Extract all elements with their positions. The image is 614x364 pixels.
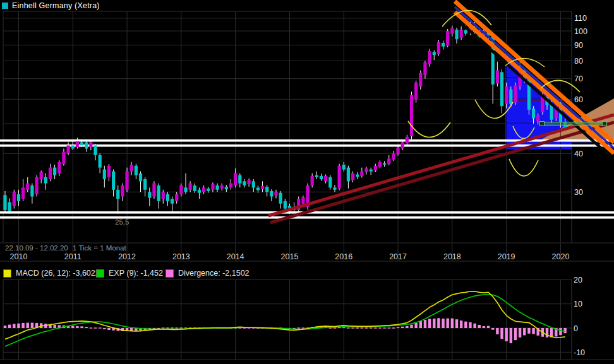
divergence-bar (469, 322, 471, 328)
period-info-bar: 22.10.09 - 12.02.20 1 Tick = 1 Monat (5, 244, 68, 252)
measured-line-handle[interactable] (603, 122, 607, 126)
divergence-legend-item: Divergence: -2,1502 (166, 269, 250, 278)
price-tick-label: 90 (574, 41, 583, 50)
candle (26, 184, 29, 190)
divergence-bar (406, 326, 408, 328)
divergence-bar (487, 326, 490, 328)
divergence-bar (447, 319, 449, 328)
price-tick-label: 70 (574, 74, 583, 83)
divergence-bar (99, 327, 101, 328)
divergence-bar (392, 327, 395, 328)
candle (162, 192, 165, 199)
candle (505, 86, 508, 103)
annotation-arc (509, 159, 538, 176)
divergence-bar (460, 320, 462, 328)
candle (496, 70, 499, 83)
candle (67, 145, 70, 153)
candle (166, 194, 169, 201)
candle (99, 155, 102, 168)
divergence-bar (85, 327, 88, 328)
divergence-bar (90, 327, 92, 328)
macd-tick-label: 10 (574, 300, 582, 308)
divergence-bar (347, 327, 349, 328)
divergence-bar (21, 323, 24, 328)
year-label: 2013 (172, 252, 190, 261)
candle (311, 176, 314, 185)
candle (13, 192, 16, 206)
divergence-bar (442, 319, 444, 328)
candle (62, 152, 65, 164)
divergence-bar (71, 326, 74, 328)
divergence-bar (428, 319, 431, 328)
candle (414, 83, 418, 100)
candle (107, 166, 111, 177)
measured-line[interactable] (540, 122, 607, 126)
tick-interval-label: 1 Tick = 1 Monat (73, 244, 126, 252)
measured-line-handle[interactable] (540, 122, 545, 126)
divergence-bar (13, 324, 15, 328)
trends-layer (268, 1, 614, 223)
macd-tick-label: -10 (574, 348, 585, 357)
candle (270, 191, 273, 197)
candle (17, 194, 20, 201)
divergence-bar (496, 328, 498, 334)
candle (328, 177, 332, 187)
ascending-trendline-upper[interactable] (268, 115, 614, 216)
candle (143, 179, 147, 190)
year-label: 2011 (64, 252, 81, 261)
exp-legend-label: EXP (9): -1,452 (109, 269, 163, 278)
candle (450, 28, 454, 33)
candles-layer (3, 21, 567, 214)
divergence-bar (4, 326, 6, 328)
chart-application: 1101009080706050403020102011201220132014… (0, 0, 614, 364)
divergence-bar (171, 327, 173, 328)
divergence-bar (527, 328, 530, 334)
candle (464, 30, 467, 33)
macd-line (5, 291, 565, 339)
divergence-bar (388, 327, 390, 328)
candle (455, 30, 458, 39)
candle (3, 195, 6, 210)
candle (225, 187, 228, 189)
candle (419, 73, 422, 86)
divergence-bar (523, 328, 526, 335)
macd-swatch-icon (3, 269, 11, 278)
candle (193, 185, 196, 191)
candle (243, 181, 246, 185)
divergence-bar (103, 328, 105, 329)
candle (370, 170, 373, 172)
divergence-bar (464, 322, 467, 328)
candle (148, 192, 151, 197)
ascending-trendline-lower[interactable] (270, 122, 614, 223)
divergence-bar (514, 328, 517, 340)
candle (315, 175, 318, 177)
candle (284, 201, 287, 209)
divergence-bar (107, 328, 110, 330)
candle (333, 187, 336, 189)
divergence-bar (351, 327, 354, 328)
divergence-bar (334, 327, 336, 328)
instrument-title: Einhell Germany (Xetra) (12, 1, 100, 10)
candle (71, 145, 75, 148)
candle (93, 145, 97, 155)
exp-legend-item: EXP (9): -1,452 (96, 269, 163, 278)
candle (57, 162, 61, 173)
macd-tick-label: 0 (574, 324, 578, 333)
candle (175, 194, 178, 201)
candle (532, 109, 535, 119)
support-level-label: 25,5 (115, 218, 129, 226)
candle (80, 143, 83, 146)
candle (446, 31, 449, 46)
candle (229, 184, 232, 188)
divergence-bar (76, 326, 78, 328)
instrument-swatch-icon (2, 3, 8, 9)
chart-canvas[interactable]: 1101009080706050403020102011201220132014… (0, 0, 614, 364)
divergence-bar (162, 327, 164, 328)
candle (256, 187, 260, 190)
candle (157, 185, 160, 201)
candle (215, 185, 219, 190)
candle (238, 175, 241, 184)
horizontal-sr-line[interactable] (0, 216, 614, 219)
divergence-bar (500, 328, 503, 339)
price-tick-label: 40 (574, 150, 583, 158)
